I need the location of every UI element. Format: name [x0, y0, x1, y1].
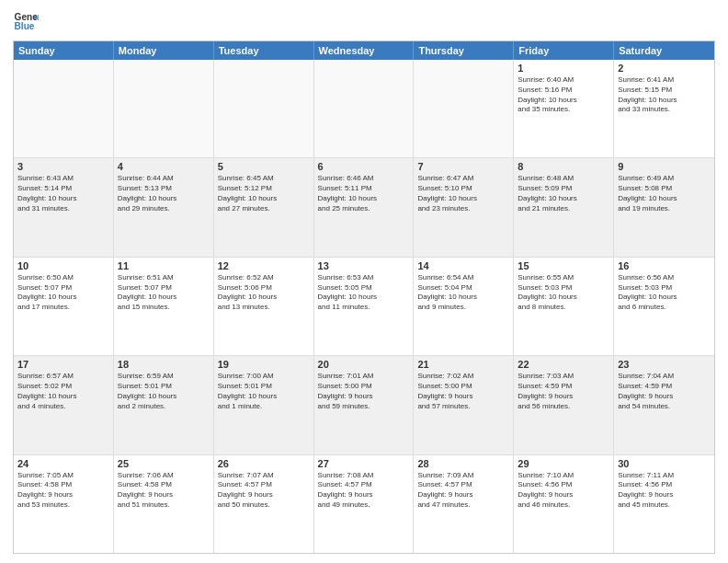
- header-day-sunday: Sunday: [14, 41, 114, 60]
- cell-text: Sunrise: 6:41 AM Sunset: 5:15 PM Dayligh…: [618, 75, 711, 115]
- header-day-saturday: Saturday: [614, 41, 714, 60]
- cell-text: Sunrise: 7:07 AM Sunset: 4:57 PM Dayligh…: [218, 471, 310, 511]
- day-number: 11: [118, 260, 210, 271]
- calendar-header: SundayMondayTuesdayWednesdayThursdayFrid…: [14, 41, 714, 60]
- cal-cell-3-1: 18Sunrise: 6:59 AM Sunset: 5:01 PM Dayli…: [114, 356, 214, 454]
- cell-text: Sunrise: 7:11 AM Sunset: 4:56 PM Dayligh…: [618, 471, 711, 511]
- day-number: 13: [318, 260, 410, 271]
- cal-cell-0-4: [414, 60, 514, 157]
- cell-text: Sunrise: 6:51 AM Sunset: 5:07 PM Dayligh…: [118, 273, 210, 313]
- day-number: 30: [618, 458, 711, 469]
- calendar-body: 1Sunrise: 6:40 AM Sunset: 5:16 PM Daylig…: [14, 60, 714, 553]
- cal-cell-0-0: [14, 60, 114, 157]
- day-number: 6: [318, 161, 410, 172]
- day-number: 7: [417, 161, 509, 172]
- cell-text: Sunrise: 6:54 AM Sunset: 5:04 PM Dayligh…: [417, 273, 509, 313]
- cal-cell-3-3: 20Sunrise: 7:01 AM Sunset: 5:00 PM Dayli…: [314, 356, 415, 454]
- cal-cell-4-1: 25Sunrise: 7:06 AM Sunset: 4:58 PM Dayli…: [114, 455, 214, 553]
- day-number: 8: [518, 161, 609, 172]
- calendar-row-1: 3Sunrise: 6:43 AM Sunset: 5:14 PM Daylig…: [14, 158, 714, 257]
- day-number: 10: [17, 260, 109, 271]
- cal-cell-4-2: 26Sunrise: 7:07 AM Sunset: 4:57 PM Dayli…: [214, 455, 314, 553]
- day-number: 9: [618, 161, 711, 172]
- cal-cell-1-1: 4Sunrise: 6:44 AM Sunset: 5:13 PM Daylig…: [114, 158, 214, 256]
- cell-text: Sunrise: 6:59 AM Sunset: 5:01 PM Dayligh…: [118, 372, 210, 411]
- cell-text: Sunrise: 7:03 AM Sunset: 4:59 PM Dayligh…: [518, 372, 609, 411]
- cal-cell-0-6: 2Sunrise: 6:41 AM Sunset: 5:15 PM Daylig…: [614, 60, 714, 157]
- day-number: 22: [518, 359, 609, 370]
- logo-icon: General Blue: [13, 9, 39, 35]
- day-number: 25: [118, 458, 210, 469]
- cal-cell-1-6: 9Sunrise: 6:49 AM Sunset: 5:08 PM Daylig…: [614, 158, 714, 256]
- cell-text: Sunrise: 6:48 AM Sunset: 5:09 PM Dayligh…: [518, 174, 609, 213]
- cell-text: Sunrise: 7:10 AM Sunset: 4:56 PM Dayligh…: [518, 471, 609, 511]
- cal-cell-4-4: 28Sunrise: 7:09 AM Sunset: 4:57 PM Dayli…: [414, 455, 514, 553]
- day-number: 17: [17, 359, 109, 370]
- cal-cell-2-2: 12Sunrise: 6:52 AM Sunset: 5:06 PM Dayli…: [214, 258, 314, 355]
- cell-text: Sunrise: 7:02 AM Sunset: 5:00 PM Dayligh…: [417, 372, 509, 411]
- page: General Blue SundayMondayTuesdayWednesda…: [0, 0, 728, 563]
- cell-text: Sunrise: 7:04 AM Sunset: 4:59 PM Dayligh…: [618, 372, 711, 411]
- day-number: 28: [417, 458, 509, 469]
- day-number: 5: [218, 161, 310, 172]
- cell-text: Sunrise: 6:46 AM Sunset: 5:11 PM Dayligh…: [318, 174, 410, 213]
- cell-text: Sunrise: 6:40 AM Sunset: 5:16 PM Dayligh…: [518, 75, 609, 115]
- day-number: 4: [118, 161, 210, 172]
- cell-text: Sunrise: 7:08 AM Sunset: 4:57 PM Dayligh…: [318, 471, 410, 511]
- cell-text: Sunrise: 6:50 AM Sunset: 5:07 PM Dayligh…: [17, 273, 109, 313]
- cell-text: Sunrise: 6:49 AM Sunset: 5:08 PM Dayligh…: [618, 174, 711, 213]
- day-number: 15: [518, 260, 609, 271]
- cell-text: Sunrise: 6:57 AM Sunset: 5:02 PM Dayligh…: [17, 372, 109, 411]
- cal-cell-3-6: 23Sunrise: 7:04 AM Sunset: 4:59 PM Dayli…: [614, 356, 714, 454]
- day-number: 24: [17, 458, 109, 469]
- day-number: 23: [618, 359, 711, 370]
- cal-cell-1-0: 3Sunrise: 6:43 AM Sunset: 5:14 PM Daylig…: [14, 158, 114, 256]
- calendar-row-4: 24Sunrise: 7:05 AM Sunset: 4:58 PM Dayli…: [14, 455, 714, 553]
- header-day-friday: Friday: [514, 41, 614, 60]
- cal-cell-1-3: 6Sunrise: 6:46 AM Sunset: 5:11 PM Daylig…: [314, 158, 415, 256]
- cell-text: Sunrise: 6:56 AM Sunset: 5:03 PM Dayligh…: [618, 273, 711, 313]
- day-number: 3: [17, 161, 109, 172]
- calendar-row-0: 1Sunrise: 6:40 AM Sunset: 5:16 PM Daylig…: [14, 60, 714, 158]
- svg-text:Blue: Blue: [15, 21, 35, 31]
- cal-cell-2-5: 15Sunrise: 6:55 AM Sunset: 5:03 PM Dayli…: [514, 258, 614, 355]
- day-number: 16: [618, 260, 711, 271]
- day-number: 20: [318, 359, 410, 370]
- cell-text: Sunrise: 6:53 AM Sunset: 5:05 PM Dayligh…: [318, 273, 410, 313]
- cell-text: Sunrise: 7:09 AM Sunset: 4:57 PM Dayligh…: [417, 471, 509, 511]
- day-number: 29: [518, 458, 609, 469]
- day-number: 2: [618, 63, 711, 74]
- header-day-tuesday: Tuesday: [214, 41, 314, 60]
- cal-cell-4-3: 27Sunrise: 7:08 AM Sunset: 4:57 PM Dayli…: [314, 455, 415, 553]
- cal-cell-0-1: [114, 60, 214, 157]
- calendar: SundayMondayTuesdayWednesdayThursdayFrid…: [13, 40, 715, 554]
- cell-text: Sunrise: 6:47 AM Sunset: 5:10 PM Dayligh…: [417, 174, 509, 213]
- day-number: 18: [118, 359, 210, 370]
- day-number: 21: [417, 359, 509, 370]
- cal-cell-2-3: 13Sunrise: 6:53 AM Sunset: 5:05 PM Dayli…: [314, 258, 415, 355]
- cal-cell-3-4: 21Sunrise: 7:02 AM Sunset: 5:00 PM Dayli…: [414, 356, 514, 454]
- header-day-thursday: Thursday: [414, 41, 514, 60]
- cell-text: Sunrise: 6:45 AM Sunset: 5:12 PM Dayligh…: [218, 174, 310, 213]
- day-number: 26: [218, 458, 310, 469]
- cal-cell-3-5: 22Sunrise: 7:03 AM Sunset: 4:59 PM Dayli…: [514, 356, 614, 454]
- cal-cell-2-1: 11Sunrise: 6:51 AM Sunset: 5:07 PM Dayli…: [114, 258, 214, 355]
- cell-text: Sunrise: 7:05 AM Sunset: 4:58 PM Dayligh…: [17, 471, 109, 511]
- day-number: 27: [318, 458, 410, 469]
- day-number: 12: [218, 260, 310, 271]
- cal-cell-2-6: 16Sunrise: 6:56 AM Sunset: 5:03 PM Dayli…: [614, 258, 714, 355]
- calendar-row-3: 17Sunrise: 6:57 AM Sunset: 5:02 PM Dayli…: [14, 356, 714, 454]
- day-number: 19: [218, 359, 310, 370]
- cell-text: Sunrise: 6:43 AM Sunset: 5:14 PM Dayligh…: [17, 174, 109, 213]
- cal-cell-3-0: 17Sunrise: 6:57 AM Sunset: 5:02 PM Dayli…: [14, 356, 114, 454]
- cal-cell-4-6: 30Sunrise: 7:11 AM Sunset: 4:56 PM Dayli…: [614, 455, 714, 553]
- cell-text: Sunrise: 7:06 AM Sunset: 4:58 PM Dayligh…: [118, 471, 210, 511]
- cal-cell-3-2: 19Sunrise: 7:00 AM Sunset: 5:01 PM Dayli…: [214, 356, 314, 454]
- cell-text: Sunrise: 6:52 AM Sunset: 5:06 PM Dayligh…: [218, 273, 310, 313]
- cell-text: Sunrise: 6:55 AM Sunset: 5:03 PM Dayligh…: [518, 273, 609, 313]
- cal-cell-0-3: [314, 60, 415, 157]
- calendar-row-2: 10Sunrise: 6:50 AM Sunset: 5:07 PM Dayli…: [14, 258, 714, 356]
- day-number: 1: [518, 63, 609, 74]
- cal-cell-0-2: [214, 60, 314, 157]
- logo: General Blue: [13, 9, 39, 35]
